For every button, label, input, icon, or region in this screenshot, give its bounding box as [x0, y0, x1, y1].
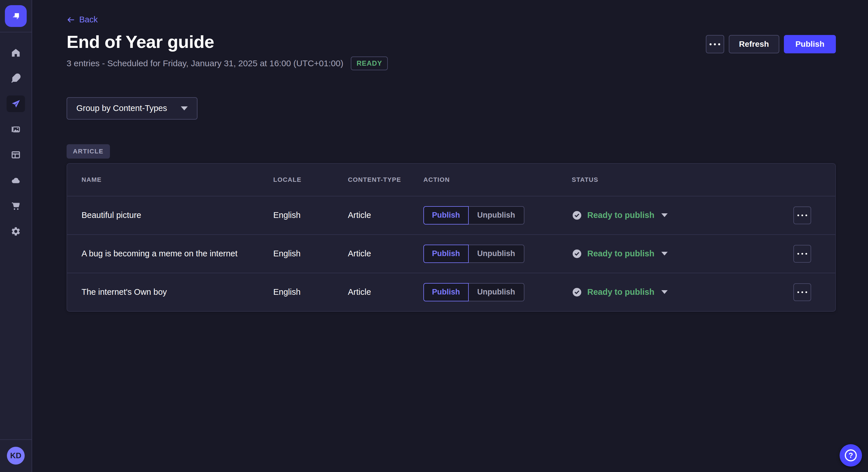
entry-name: The internet's Own boy [82, 287, 273, 297]
strapi-logo-icon [9, 10, 22, 22]
entries-table-card: NAME LOCALE CONTENT-TYPE ACTION STATUS B… [67, 163, 836, 312]
header-actions: Refresh Publish [706, 35, 836, 53]
column-header-content-type: CONTENT-TYPE [348, 176, 423, 183]
table-row: A bug is becoming a meme on the internet… [67, 234, 835, 273]
entry-content-type: Article [348, 249, 423, 258]
publish-segment-button[interactable]: Publish [423, 245, 469, 263]
publish-segment-button[interactable]: Publish [423, 283, 469, 301]
entry-locale: English [273, 287, 348, 297]
page-header-left: Back End of Year guide 3 entries - Sched… [67, 14, 388, 70]
chevron-down-icon [661, 252, 668, 256]
entry-content-type: Article [348, 210, 423, 220]
check-circle-icon [572, 248, 582, 259]
page-title: End of Year guide [67, 32, 388, 52]
check-circle-icon [572, 287, 582, 297]
sidebar-item-settings[interactable] [7, 223, 25, 240]
action-toggle: Publish Unpublish [423, 245, 572, 263]
row-more-options-button[interactable] [794, 283, 811, 301]
main-content: Back End of Year guide 3 entries - Sched… [32, 0, 868, 472]
sidebar-footer: KD [0, 439, 32, 472]
gear-icon [11, 226, 21, 237]
back-link[interactable]: Back [67, 15, 98, 24]
sidebar-item-content-type-builder[interactable] [7, 146, 25, 163]
layout-icon [11, 150, 21, 160]
sidebar-item-content-manager[interactable] [7, 70, 25, 87]
entry-status-dropdown[interactable]: Ready to publish [572, 287, 794, 297]
refresh-button[interactable]: Refresh [729, 35, 779, 53]
content-type-group-badge: ARTICLE [67, 144, 110, 159]
entry-status-dropdown[interactable]: Ready to publish [572, 248, 794, 259]
entry-status-dropdown[interactable]: Ready to publish [572, 210, 794, 221]
table-row: The internet's Own boy English Article P… [67, 273, 835, 311]
unpublish-segment-button[interactable]: Unpublish [469, 206, 524, 225]
sidebar-item-marketplace[interactable] [7, 198, 25, 214]
feather-icon [11, 73, 21, 83]
unpublish-segment-button[interactable]: Unpublish [469, 245, 524, 263]
logo-container [0, 0, 32, 32]
entry-name: A bug is becoming a meme on the internet [82, 249, 273, 258]
shopping-cart-icon [11, 201, 21, 211]
sidebar-item-deploy[interactable] [7, 172, 25, 189]
row-more-options-button[interactable] [794, 245, 811, 263]
home-icon [11, 47, 21, 58]
more-options-icon [797, 214, 807, 216]
action-toggle: Publish Unpublish [423, 206, 572, 225]
strapi-logo[interactable] [5, 5, 27, 27]
entry-locale: English [273, 210, 348, 220]
paper-plane-icon [11, 99, 21, 109]
group-by-label: Group by Content-Types [76, 103, 167, 113]
ready-status-badge: READY [351, 57, 388, 70]
sidebar-item-media-library[interactable] [7, 121, 25, 138]
table-header-row: NAME LOCALE CONTENT-TYPE ACTION STATUS [67, 164, 835, 196]
column-header-status: STATUS [572, 176, 794, 183]
more-options-icon [710, 43, 720, 45]
release-more-options-button[interactable] [706, 35, 724, 53]
schedule-subtitle: 3 entries - Scheduled for Friday, Januar… [67, 59, 343, 68]
group-by-select[interactable]: Group by Content-Types [67, 97, 197, 120]
publish-release-button[interactable]: Publish [784, 35, 836, 53]
unpublish-segment-button[interactable]: Unpublish [469, 283, 524, 301]
more-options-icon [797, 291, 807, 293]
media-library-icon [11, 124, 21, 134]
arrow-left-icon [67, 15, 75, 24]
cloud-icon [11, 175, 21, 186]
sidebar-item-releases[interactable] [7, 96, 25, 112]
chevron-down-icon [181, 106, 188, 110]
more-options-icon [797, 253, 807, 255]
table-row: Beautiful picture English Article Publis… [67, 196, 835, 234]
column-header-name: NAME [82, 176, 273, 183]
column-header-action: ACTION [423, 176, 572, 183]
entry-status-label: Ready to publish [587, 287, 654, 297]
sidebar: KD [0, 0, 32, 472]
subtitle-row: 3 entries - Scheduled for Friday, Januar… [67, 57, 388, 70]
action-toggle: Publish Unpublish [423, 283, 572, 301]
entry-status-label: Ready to publish [587, 210, 654, 220]
help-button[interactable]: ? [840, 444, 862, 467]
check-circle-icon [572, 210, 582, 221]
chevron-down-icon [661, 290, 668, 294]
entry-content-type: Article [348, 287, 423, 297]
sidebar-nav [7, 32, 25, 240]
chevron-down-icon [661, 213, 668, 217]
publish-segment-button[interactable]: Publish [423, 206, 469, 225]
page-header: Back End of Year guide 3 entries - Sched… [67, 14, 836, 70]
sidebar-item-home[interactable] [7, 44, 25, 61]
column-header-locale: LOCALE [273, 176, 348, 183]
row-more-options-button[interactable] [794, 206, 811, 224]
question-mark-icon: ? [845, 449, 857, 461]
entry-locale: English [273, 249, 348, 258]
entry-status-label: Ready to publish [587, 249, 654, 258]
user-avatar[interactable]: KD [7, 447, 25, 465]
entry-name: Beautiful picture [82, 210, 273, 220]
back-label: Back [79, 15, 98, 24]
